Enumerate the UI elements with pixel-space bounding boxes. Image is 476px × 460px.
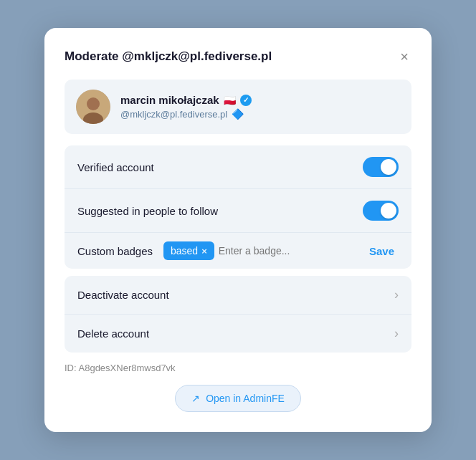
external-link-icon: ↗ — [191, 393, 200, 404]
deactivate-account-row[interactable]: Deactivate account › — [65, 276, 411, 314]
modal-header: Moderate @mkljczk@pl.fediverse.pl × — [65, 48, 411, 65]
verified-account-row: Verified account — [65, 145, 411, 188]
suggested-follow-toggle[interactable] — [363, 201, 399, 221]
badge-remove-button[interactable]: × — [201, 246, 207, 257]
modal-title: Moderate @mkljczk@pl.fediverse.pl — [65, 49, 272, 64]
deactivate-account-label: Deactivate account — [77, 289, 169, 301]
account-actions-section: Deactivate account › Delete account › — [65, 276, 411, 353]
user-handle-row: @mkljczk@pl.fediverse.pl 🔷 — [120, 108, 252, 120]
delete-account-row[interactable]: Delete account › — [65, 314, 411, 353]
user-card: marcin mikołajczak 🇵🇱 ✓ @mkljczk@pl.fedi… — [65, 80, 411, 134]
flag-icon: 🇵🇱 — [224, 95, 236, 106]
user-info: marcin mikołajczak 🇵🇱 ✓ @mkljczk@pl.fedi… — [120, 94, 252, 120]
suggested-follow-label: Suggested in people to follow — [77, 205, 218, 217]
moderate-modal: Moderate @mkljczk@pl.fediverse.pl × marc… — [44, 28, 432, 432]
save-button[interactable]: Save — [365, 242, 399, 260]
toggle-settings-section: Verified account Suggested in people to … — [65, 145, 411, 269]
avatar — [76, 90, 110, 124]
open-adminfe-label: Open in AdminFE — [206, 393, 285, 404]
suggested-follow-row: Suggested in people to follow — [65, 188, 411, 232]
badge-tag: based × — [163, 241, 214, 260]
verified-account-label: Verified account — [77, 161, 154, 173]
open-adminfe-button[interactable]: ↗ Open in AdminFE — [175, 385, 301, 412]
close-button[interactable]: × — [397, 48, 411, 65]
custom-badges-row: Custom badges based × Save — [65, 232, 411, 269]
user-display-name: marcin mikołajczak — [120, 94, 219, 106]
badges-input-area: based × — [163, 241, 358, 260]
badge-value: based — [171, 245, 198, 257]
svg-point-1 — [87, 97, 100, 110]
delete-account-label: Delete account — [77, 327, 149, 340]
user-id: ID: A8gdesXNer8mwsd7vk — [65, 360, 411, 385]
badge-input[interactable] — [219, 245, 358, 257]
user-handle: @mkljczk@pl.fediverse.pl — [120, 109, 227, 120]
verified-icon: ✓ — [240, 95, 252, 106]
verified-account-toggle[interactable] — [363, 157, 399, 177]
user-name-row: marcin mikołajczak 🇵🇱 ✓ — [120, 94, 252, 106]
custom-badges-label: Custom badges — [77, 245, 156, 257]
deactivate-chevron-icon: › — [394, 287, 399, 302]
federation-icon: 🔷 — [232, 108, 244, 120]
delete-chevron-icon: › — [394, 326, 399, 341]
